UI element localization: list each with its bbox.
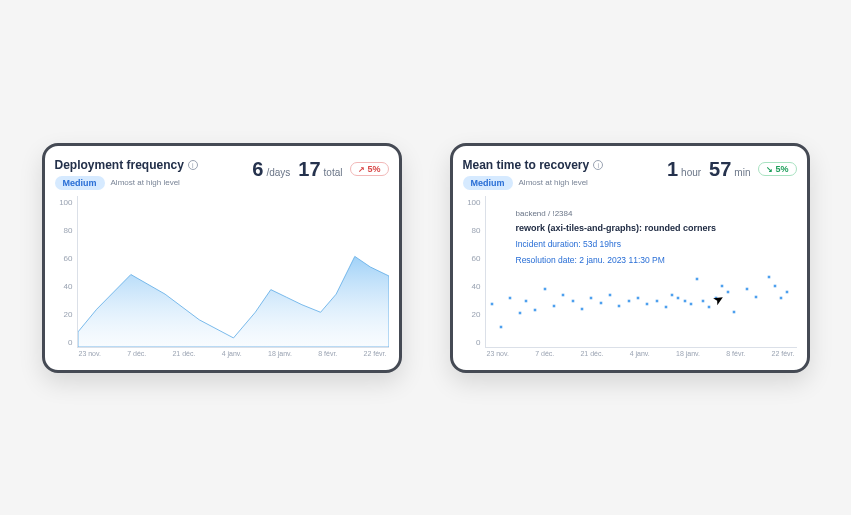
- scatter-point[interactable]: [654, 299, 659, 304]
- y-tick: 0: [463, 338, 481, 347]
- x-axis: 23 nov. 7 déc. 21 déc. 4 janv. 18 janv. …: [485, 348, 797, 362]
- y-tick: 80: [463, 226, 481, 235]
- chart-area: 100 80 60 40 20 0 backend / !2384 rework…: [463, 196, 797, 362]
- scatter-point[interactable]: [517, 311, 522, 316]
- scatter-point[interactable]: [579, 306, 584, 311]
- metric-days: 6 /days: [252, 158, 290, 181]
- info-icon[interactable]: i: [593, 160, 603, 170]
- scatter-chart[interactable]: backend / !2384 rework (axi-tiles-and-gr…: [485, 196, 797, 348]
- scatter-point[interactable]: [682, 299, 687, 304]
- scatter-point[interactable]: [744, 287, 749, 292]
- scatter-point[interactable]: [670, 293, 675, 298]
- x-tick: 21 déc.: [580, 350, 603, 362]
- metric-unit: total: [324, 167, 343, 178]
- x-tick: 7 déc.: [535, 350, 554, 362]
- scatter-point[interactable]: [499, 324, 504, 329]
- card-title: Deployment frequency: [55, 158, 184, 172]
- scatter-point[interactable]: [570, 299, 575, 304]
- scatter-point[interactable]: [688, 302, 693, 307]
- scatter-point[interactable]: [645, 302, 650, 307]
- metric-unit: /days: [266, 167, 290, 178]
- x-tick: 8 févr.: [726, 350, 745, 362]
- area-chart[interactable]: [77, 196, 389, 348]
- scatter-point[interactable]: [551, 303, 556, 308]
- scatter-point[interactable]: [626, 299, 631, 304]
- tooltip-duration: Incident duration: 53d 19hrs: [516, 238, 781, 251]
- mttr-card: Mean time to recovery i Medium Almost at…: [450, 143, 810, 373]
- tooltip-subtitle: backend / !2384: [516, 208, 781, 220]
- scatter-point[interactable]: [772, 284, 777, 289]
- scatter-point[interactable]: [533, 308, 538, 313]
- scatter-point[interactable]: [726, 290, 731, 295]
- y-axis: 100 80 60 40 20 0: [55, 196, 77, 362]
- metric-unit: hour: [681, 167, 701, 178]
- trend-value: 5%: [367, 164, 380, 174]
- header-right: 6 /days 17 total ↗ 5%: [252, 158, 388, 181]
- cursor-icon: ➤: [710, 291, 727, 309]
- metric-total: 17 total: [298, 158, 342, 181]
- scatter-point[interactable]: [778, 296, 783, 301]
- info-icon[interactable]: i: [188, 160, 198, 170]
- x-tick: 18 janv.: [268, 350, 292, 362]
- y-tick: 100: [463, 198, 481, 207]
- scatter-point[interactable]: [732, 309, 737, 314]
- x-tick: 22 févr.: [772, 350, 795, 362]
- y-tick: 60: [55, 254, 73, 263]
- scatter-point[interactable]: [542, 287, 547, 292]
- tooltip-resolution: Resolution date: 2 janu. 2023 11:30 PM: [516, 254, 781, 267]
- trend-badge: ↗ 5%: [350, 162, 388, 176]
- metric-hours: 1 hour: [667, 158, 701, 181]
- metric-value: 17: [298, 158, 320, 181]
- scatter-point[interactable]: [707, 305, 712, 310]
- status-row: Medium Almost at high level: [55, 176, 198, 190]
- title-row: Deployment frequency i: [55, 158, 198, 172]
- scatter-point[interactable]: [607, 293, 612, 298]
- y-tick: 40: [463, 282, 481, 291]
- plot-wrap: backend / !2384 rework (axi-tiles-and-gr…: [485, 196, 797, 362]
- trend-value: 5%: [775, 164, 788, 174]
- scatter-point[interactable]: [561, 293, 566, 298]
- x-tick: 23 nov.: [487, 350, 509, 362]
- card-title: Mean time to recovery: [463, 158, 590, 172]
- metric-value: 57: [709, 158, 731, 181]
- title-row: Mean time to recovery i: [463, 158, 604, 172]
- header-left: Mean time to recovery i Medium Almost at…: [463, 158, 604, 190]
- plot-wrap: 23 nov. 7 déc. 21 déc. 4 janv. 18 janv. …: [77, 196, 389, 362]
- header-right: 1 hour 57 min ↘ 5%: [667, 158, 797, 181]
- scatter-point[interactable]: [719, 284, 724, 289]
- y-tick: 20: [463, 310, 481, 319]
- status-note: Almost at high level: [111, 178, 180, 187]
- trend-badge: ↘ 5%: [758, 162, 796, 176]
- scatter-point[interactable]: [754, 294, 759, 299]
- scatter-point[interactable]: [785, 290, 790, 295]
- tooltip-title: rework (axi-tiles-and-graphs): rounded c…: [516, 222, 781, 236]
- scatter-point[interactable]: [523, 299, 528, 304]
- y-tick: 60: [463, 254, 481, 263]
- trend-up-icon: ↗: [358, 165, 365, 174]
- card-header: Mean time to recovery i Medium Almost at…: [463, 158, 797, 190]
- scatter-point[interactable]: [489, 302, 494, 307]
- x-tick: 21 déc.: [172, 350, 195, 362]
- metric-unit: min: [734, 167, 750, 178]
- y-tick: 40: [55, 282, 73, 291]
- x-tick: 4 janv.: [222, 350, 242, 362]
- scatter-point[interactable]: [663, 305, 668, 310]
- x-tick: 18 janv.: [676, 350, 700, 362]
- scatter-point[interactable]: [676, 296, 681, 301]
- status-note: Almost at high level: [519, 178, 588, 187]
- x-axis: 23 nov. 7 déc. 21 déc. 4 janv. 18 janv. …: [77, 348, 389, 362]
- level-pill: Medium: [55, 176, 105, 190]
- scatter-point[interactable]: [589, 296, 594, 301]
- scatter-point[interactable]: [701, 299, 706, 304]
- metric-value: 6: [252, 158, 263, 181]
- scatter-point[interactable]: [617, 303, 622, 308]
- header-left: Deployment frequency i Medium Almost at …: [55, 158, 198, 190]
- y-tick: 80: [55, 226, 73, 235]
- scatter-point[interactable]: [766, 275, 771, 280]
- scatter-point[interactable]: [598, 300, 603, 305]
- metric-min: 57 min: [709, 158, 750, 181]
- y-tick: 20: [55, 310, 73, 319]
- scatter-point[interactable]: [635, 296, 640, 301]
- scatter-point[interactable]: [694, 276, 699, 281]
- scatter-point[interactable]: [508, 296, 513, 301]
